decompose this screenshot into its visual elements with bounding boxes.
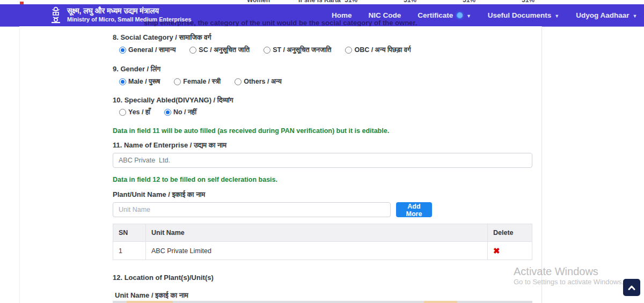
top-navbar: ship enterprise, the category of the uni… [0,4,644,27]
unit-table: SN Unit Name Delete 1 ABC Private Limite… [113,224,532,260]
ghost-text: If she is Karta [298,0,341,4]
unit-table-header-row: SN Unit Name Delete [113,224,532,242]
field11-note: Data in field 11 will be auto filled (as… [113,127,389,135]
nav-item-useful-documents[interactable]: Useful Documents ▼ [488,11,559,19]
radio-icon[interactable] [264,47,270,54]
specially-abled-label: 10. Specially Abled(DIVYANG) / दिव्यांग [113,96,233,105]
ministry-title-hindi: सूक्ष्म, लघु और मध्यम उद्यम मंत्रालय [67,6,192,16]
nav-item-home[interactable]: Home [332,11,352,19]
ghost-text: 51% [463,0,475,4]
delete-icon[interactable]: ✖ [493,246,500,255]
radio-icon[interactable] [235,78,241,85]
activate-windows-subtext: Go to Settings to activate Windows. [514,278,624,286]
ghost-text: 51% [345,0,357,4]
ghost-text: Women [247,0,270,4]
nav-item-certificate[interactable]: Certificate ✺ ▼ [418,11,471,19]
radio-icon[interactable] [119,47,126,54]
specially-abled-radio-group: Yes / हाँ No / नहीं [119,108,196,116]
radio-option-st[interactable]: ST / अनुसूचित जनजाति [264,46,331,54]
navbar-menu: Home NIC Code Certificate ✺ ▼ Useful Doc… [332,4,637,26]
enterprise-name-label: 11. Name of Enterprise / उद्यम का नाम [113,141,226,150]
gender-label: 9. Gender / लिंग [113,65,160,73]
add-more-button[interactable]: Add More [396,202,432,217]
location-of-plants-label: 12. Location of Plant(s)/Unit(s) [113,274,214,282]
nav-item-udyog-aadhaar[interactable]: Udyog Aadhaar ▼ [576,11,637,19]
row-unit-name-cell: ABC Private Limited [146,242,488,260]
sn-column-header: SN [113,224,146,242]
ghost-text: 51% [404,0,416,4]
radio-option-no[interactable]: No / नहीं [164,108,196,116]
radio-option-general[interactable]: General / सामान्य [119,46,175,54]
radio-option-sc[interactable]: SC / अनुसूचित जाति [189,46,250,54]
new-badge-icon: ✺ [456,11,463,19]
table-row: 1 ABC Private Limited ✖ [113,242,532,260]
ministry-brand[interactable]: सूक्ष्म, लघु और मध्यम उद्यम मंत्रालय Min… [49,6,192,24]
radio-option-yes[interactable]: Yes / हाँ [119,108,150,116]
radio-icon[interactable] [345,47,352,54]
unit-name-input[interactable] [113,202,391,217]
chevron-down-icon: ▼ [633,13,638,19]
clipped-bottom-control [113,301,532,303]
scroll-to-top-button[interactable] [623,279,640,296]
field12-note: Data in field 12 to be filled on self de… [113,176,277,183]
radio-icon[interactable] [174,78,181,85]
unit-name-column-header: Unit Name [146,224,488,242]
activate-windows-watermark: Activate Windows [514,265,598,278]
national-emblem-icon [49,6,62,24]
nav-item-nic-code[interactable]: NIC Code [369,11,401,19]
delete-column-header: Delete [488,224,532,242]
plant-unit-name-label: Plant/Unit Name / इकाई का नाम [113,190,205,199]
chevron-down-icon: ▼ [466,13,471,19]
social-category-label: 8. Social Category / सामाजिक वर्ग [113,33,211,42]
chevron-up-icon [628,285,635,290]
chevron-down-icon: ▼ [554,13,559,19]
radio-option-obc[interactable]: OBC / अन्य पिछड़ा वर्ग [345,46,411,54]
radio-option-others[interactable]: Others / अन्य [235,78,282,86]
radio-option-male[interactable]: Male / पुरूष [119,78,160,86]
social-category-radio-group: General / सामान्य SC / अनुसूचित जाति ST … [119,46,411,54]
gender-radio-group: Male / पुरूष Female / स्त्री Others / अन… [119,78,282,86]
ministry-title-english: Ministry of Micro, Small Medium Enterpri… [67,16,192,24]
radio-icon[interactable] [164,109,171,116]
radio-icon[interactable] [119,78,126,85]
enterprise-name-input[interactable] [113,153,532,168]
row-sn-cell: 1 [113,242,146,260]
clipped-background-row: Women If she is Karta 51% 51% 51% 51% [0,0,644,4]
radio-option-female[interactable]: Female / स्त्री [174,78,221,86]
field12-unit-name-label: Unit Name / इकाई का नाम [115,291,188,300]
radio-icon[interactable] [119,109,126,116]
ghost-text: 51% [522,0,535,4]
radio-icon[interactable] [189,47,196,54]
